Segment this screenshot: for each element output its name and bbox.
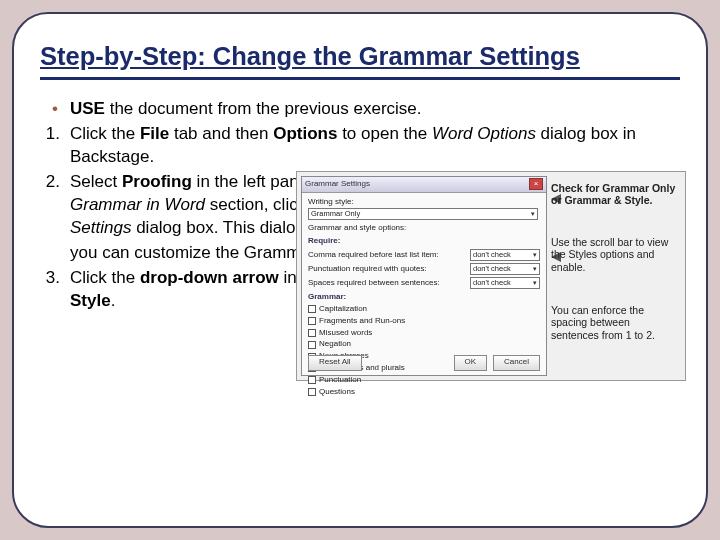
slide: Step-by-Step: Change the Grammar Setting…	[12, 12, 708, 528]
ok-button[interactable]: OK	[454, 355, 488, 371]
writing-style-label: Writing style:	[308, 197, 540, 208]
step-1: 1. Click the File tab and then Options t…	[40, 123, 680, 169]
req-row-2: Spaces required between sentences:don't …	[308, 277, 540, 289]
close-icon[interactable]: ×	[529, 178, 543, 190]
grammar-header: Grammar:	[308, 292, 540, 303]
step-1-text: Click the File tab and then Options to o…	[70, 123, 680, 169]
checkbox-icon	[308, 305, 316, 313]
chk-6[interactable]: Punctuation	[308, 375, 540, 386]
chk-0[interactable]: Capitalization	[308, 304, 540, 315]
chk-3[interactable]: Negation	[308, 339, 540, 350]
require-header: Require:	[308, 236, 540, 247]
checkbox-icon	[308, 341, 316, 349]
chevron-down-icon: ▾	[533, 278, 537, 287]
checkbox-icon	[308, 376, 316, 384]
chevron-down-icon: ▾	[531, 209, 535, 218]
req-row-0: Comma required before last list item:don…	[308, 249, 540, 261]
dialog-title-text: Grammar Settings	[305, 179, 370, 190]
chk-2[interactable]: Misused words	[308, 328, 540, 339]
options-label: Grammar and style options:	[308, 223, 540, 234]
chk-7[interactable]: Questions	[308, 387, 540, 398]
bullet-item: • USE the document from the previous exe…	[40, 98, 680, 121]
callout-1: Check for Grammar Only or Grammar & Styl…	[551, 182, 679, 207]
reset-all-button[interactable]: Reset All	[308, 355, 362, 371]
checkbox-icon	[308, 317, 316, 325]
bullet-rest: the document from the previous exercise.	[105, 99, 422, 118]
slide-title: Step-by-Step: Change the Grammar Setting…	[40, 42, 680, 80]
writing-style-value: Grammar Only	[311, 209, 360, 219]
checkbox-icon	[308, 388, 316, 396]
req-sel-2[interactable]: don't check▾	[470, 277, 540, 289]
chevron-down-icon: ▾	[533, 250, 537, 259]
callout-2: Use the scroll bar to view the Styles op…	[551, 236, 679, 274]
content-area: • USE the document from the previous exe…	[40, 98, 680, 312]
dialog-buttons: Reset All OK Cancel	[302, 355, 546, 371]
step-2-wrap: 2. Select Proofing in the left pane and …	[40, 171, 680, 240]
bullet-emph: USE	[70, 99, 105, 118]
bullet-text: USE the document from the previous exerc…	[70, 98, 680, 121]
grammar-settings-dialog: Grammar Settings × Writing style: Gramma…	[301, 176, 547, 376]
dialog-screenshot: Grammar Settings × Writing style: Gramma…	[296, 171, 686, 381]
step-1-num: 1.	[40, 123, 70, 169]
step-3-num: 3.	[40, 267, 70, 313]
chevron-down-icon: ▾	[533, 264, 537, 273]
bullet-marker: •	[40, 98, 70, 121]
dialog-body: Writing style: Grammar Only ▾ Grammar an…	[302, 193, 546, 403]
checkbox-icon	[308, 329, 316, 337]
req-sel-1[interactable]: don't check▾	[470, 263, 540, 275]
callout-3: You can enforce the spacing between sent…	[551, 304, 679, 342]
req-row-1: Punctuation required with quotes:don't c…	[308, 263, 540, 275]
cancel-button[interactable]: Cancel	[493, 355, 540, 371]
dialog-titlebar: Grammar Settings ×	[302, 177, 546, 193]
writing-style-dropdown[interactable]: Grammar Only ▾	[308, 208, 538, 220]
chk-1[interactable]: Fragments and Run-ons	[308, 316, 540, 327]
req-sel-0[interactable]: don't check▾	[470, 249, 540, 261]
step-2-num: 2.	[40, 171, 70, 240]
